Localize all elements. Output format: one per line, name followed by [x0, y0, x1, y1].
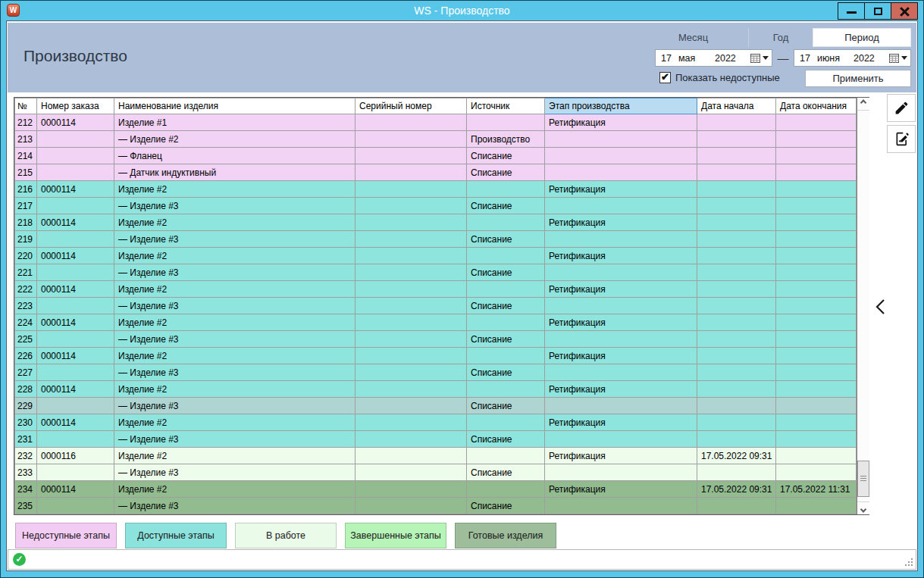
collapse-panel-button[interactable] — [872, 295, 888, 318]
table-cell: Ретификация — [545, 281, 697, 298]
table-cell: 17.05.2022 09:31 — [697, 448, 776, 464]
table-row[interactable]: 2320000116Изделие #2Ретификация17.05.202… — [15, 448, 857, 464]
period-tab-period[interactable]: Период — [813, 28, 911, 47]
vertical-scrollbar[interactable] — [857, 98, 869, 514]
table-row[interactable]: 2260000114Изделие #2Ретификация — [15, 348, 857, 364]
table-cell — [467, 448, 545, 464]
table-cell — [697, 131, 776, 148]
table-cell — [545, 464, 697, 481]
window-title: WS - Производство — [1, 1, 923, 20]
table-row[interactable]: 213— Изделие #2Производство — [15, 131, 857, 148]
legend-label: Недоступные этапы — [22, 530, 110, 541]
table-cell: — Изделие #3 — [114, 298, 356, 314]
table-cell — [776, 381, 857, 398]
scrollbar-thumb[interactable] — [857, 461, 869, 497]
legend-label: В работе — [266, 530, 305, 541]
table-cell: — Изделие #3 — [114, 231, 356, 248]
table-cell — [776, 364, 857, 381]
edit-document-button[interactable] — [887, 125, 916, 153]
table-row[interactable]: 221— Изделие #3Списание — [15, 264, 857, 281]
table-row[interactable]: 223— Изделие #3Списание — [15, 298, 857, 314]
scrollbar-track[interactable] — [857, 111, 869, 501]
table-row[interactable]: 214— ФланецСписание — [15, 148, 857, 164]
table-row[interactable]: 219— Изделие #3Списание — [15, 231, 857, 248]
table-row[interactable]: 2220000114Изделие #2Ретификация — [15, 281, 857, 298]
date-to-picker[interactable]: 17 июня 2022 — [794, 49, 911, 67]
table-cell: Списание — [467, 364, 545, 381]
edit-button[interactable] — [887, 94, 916, 122]
table-cell: Ретификация — [545, 414, 697, 431]
table-cell: 230 — [15, 414, 37, 431]
table-row[interactable]: 217— Изделие #3Списание — [15, 198, 857, 214]
table-cell: Списание — [467, 164, 545, 181]
table-cell: — Изделие #3 — [114, 198, 356, 214]
table-row[interactable]: 2180000114Изделие #2Ретификация — [15, 214, 857, 231]
column-header[interactable]: Наименование изделия — [114, 98, 356, 114]
table-row[interactable]: 231— Изделие #3Списание — [15, 431, 857, 448]
date-from-picker[interactable]: 17 мая 2022 — [655, 49, 772, 67]
table-cell — [356, 114, 467, 131]
column-header[interactable]: № — [15, 98, 37, 114]
range-separator: — — [772, 52, 794, 64]
table-cell: 223 — [15, 298, 37, 314]
table-cell: 231 — [15, 431, 37, 448]
table-cell: Списание — [467, 464, 545, 481]
table-row[interactable]: 2280000114Изделие #2Ретификация — [15, 381, 857, 398]
table-cell: Ретификация — [545, 381, 697, 398]
legend-item: Доступные этапы — [125, 523, 227, 548]
table-row[interactable]: 225— Изделие #3Списание — [15, 331, 857, 348]
show-unavailable-checkbox[interactable]: Показать недоступные — [659, 72, 780, 83]
maximize-button[interactable] — [864, 2, 891, 20]
date-from-calendar-dropdown[interactable] — [747, 50, 772, 66]
table-cell: Изделие #2 — [114, 414, 356, 431]
column-header[interactable]: Дата окончания — [776, 98, 857, 114]
column-header[interactable]: Дата начала — [697, 98, 776, 114]
table-cell: 226 — [15, 348, 37, 364]
column-header[interactable]: Этап производства — [545, 98, 697, 114]
table-row[interactable]: 2340000114Изделие #2Ретификация17.05.202… — [15, 481, 857, 498]
production-grid: №Номер заказаНаименование изделияСерийны… — [14, 98, 857, 514]
table-row[interactable]: 2200000114Изделие #2Ретификация — [15, 248, 857, 264]
table-row[interactable]: 2160000114Изделие #2Ретификация — [15, 181, 857, 198]
table-cell — [545, 364, 697, 381]
table-row[interactable]: 2300000114Изделие #2Ретификация — [15, 414, 857, 431]
date-to-calendar-dropdown[interactable] — [886, 50, 910, 66]
table-cell — [697, 181, 776, 198]
table-row[interactable]: 227— Изделие #3Списание — [15, 364, 857, 381]
table-cell: Изделие #2 — [114, 281, 356, 298]
table-cell — [37, 148, 114, 164]
table-cell: 0000114 — [37, 381, 114, 398]
table-cell — [776, 231, 857, 248]
table-row[interactable]: 235— Изделие #3Списание — [15, 498, 857, 514]
scroll-down-button[interactable] — [857, 501, 869, 514]
table-row[interactable]: 2120000114Изделие #1Ретификация — [15, 114, 857, 131]
table-cell: 0000114 — [37, 181, 114, 198]
close-button[interactable] — [891, 2, 918, 20]
checkbox-icon — [659, 72, 671, 83]
table-row[interactable]: 215— Датчик индуктивныйСписание — [15, 164, 857, 181]
column-header[interactable]: Номер заказа — [37, 98, 114, 114]
table-row[interactable]: 229— Изделие #3Списание — [15, 398, 857, 414]
table-cell: 225 — [15, 331, 37, 348]
document-pencil-icon — [894, 131, 910, 147]
table-row[interactable]: 2240000114Изделие #2Ретификация — [15, 314, 857, 331]
minimize-button[interactable] — [838, 2, 865, 20]
table-cell — [697, 148, 776, 164]
scroll-up-button[interactable] — [857, 98, 869, 111]
period-tab-month[interactable]: Месяц — [638, 28, 748, 47]
table-cell — [697, 364, 776, 381]
apply-button[interactable]: Применить — [805, 70, 911, 87]
column-header[interactable]: Серийный номер — [356, 98, 467, 114]
resize-grip[interactable] — [905, 558, 913, 567]
chevron-down-icon — [860, 506, 866, 512]
table-cell — [356, 498, 467, 514]
column-header[interactable]: Источник — [467, 98, 545, 114]
table-cell: 229 — [15, 398, 37, 414]
thumb-grip-icon — [860, 476, 866, 481]
date-to-year: 2022 — [854, 53, 885, 64]
table-cell: Ретификация — [545, 314, 697, 331]
table-cell — [697, 214, 776, 231]
table-row[interactable]: 233— Изделие #3Списание — [15, 464, 857, 481]
period-tab-year[interactable]: Год — [748, 28, 813, 47]
table-cell: 220 — [15, 248, 37, 264]
